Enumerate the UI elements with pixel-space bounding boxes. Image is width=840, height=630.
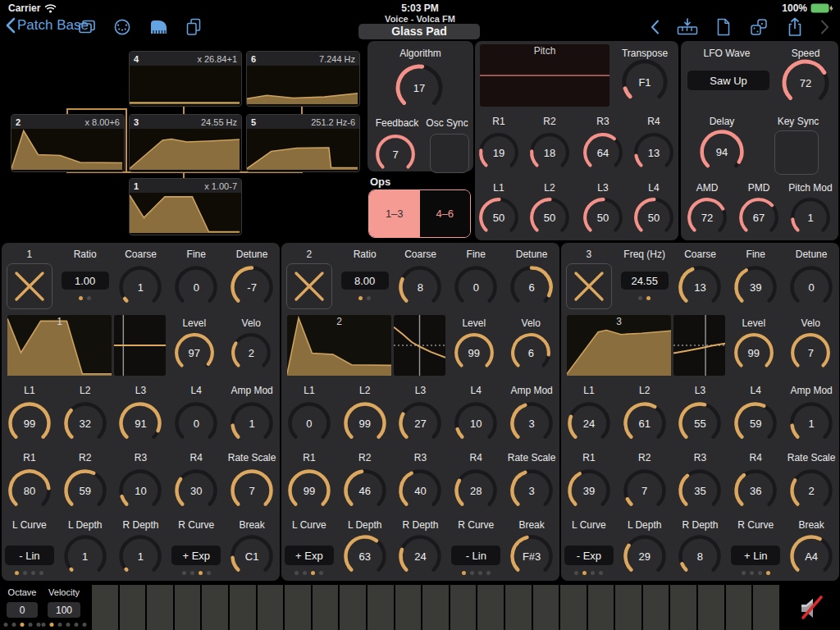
piano-key[interactable] [670,585,696,630]
dice-icon[interactable] [748,17,769,37]
piano-key[interactable] [175,585,201,630]
patch-name-button[interactable]: Glass Pad [358,24,480,39]
rate-scale-knob[interactable]: 2 [788,468,834,514]
alg-op-1-thumbnail[interactable]: 1x 1.00-7 [129,178,242,235]
break-knob[interactable]: C1 [229,533,275,579]
l1-knob[interactable]: 50 [477,196,520,239]
piano-key[interactable] [147,585,173,630]
l4-knob[interactable]: 10 [453,400,499,446]
coarse-knob[interactable]: 13 [677,264,723,310]
feedback-knob[interactable]: 7 [374,133,417,176]
piano-key[interactable] [698,585,724,630]
alg-op-3-thumbnail[interactable]: 324.55 Hz [129,114,242,172]
l1-knob[interactable]: 0 [286,400,332,446]
chevron-right-icon[interactable] [820,19,830,35]
alg-op-5-thumbnail[interactable]: 5251.2 Hz-6 [246,114,360,172]
l2-knob[interactable]: 50 [528,196,571,239]
op-scaling-graph[interactable] [673,315,725,376]
l3-knob[interactable]: 91 [117,400,163,446]
detune-knob[interactable]: 6 [509,264,555,310]
fine-knob[interactable]: 0 [173,264,219,310]
l4-knob[interactable]: 0 [173,400,219,446]
detune-knob[interactable]: 0 [788,264,834,310]
rate-scale-knob[interactable]: 3 [509,468,555,514]
r2-knob[interactable]: 46 [342,468,388,514]
amp-mod-knob[interactable]: 1 [788,400,834,446]
lfo-wave-button[interactable]: Saw Up [687,71,769,90]
r4-knob[interactable]: 13 [632,131,675,174]
l2-knob[interactable]: 32 [62,400,108,446]
keyboard-download-icon[interactable] [676,17,699,37]
pmd-knob[interactable]: 67 [737,196,780,239]
piano-key[interactable] [560,585,587,630]
r2-knob[interactable]: 18 [528,131,571,174]
r3-knob[interactable]: 10 [117,468,163,514]
l2-knob[interactable]: 61 [622,400,668,446]
l2-knob[interactable]: 99 [342,400,388,446]
r4-knob[interactable]: 28 [453,468,499,514]
ratio-value-box[interactable]: 8.00 [341,272,389,290]
r-depth-knob[interactable]: 24 [397,533,443,579]
r-depth-knob[interactable]: 1 [117,533,163,579]
piano-key[interactable] [92,585,118,630]
speed-knob[interactable]: 72 [780,57,831,108]
l-curve-button[interactable]: - Lin [5,546,54,565]
velocity-stepper[interactable]: 100 [48,602,80,618]
delay-knob[interactable]: 94 [698,128,746,176]
break-knob[interactable]: A4 [788,533,834,579]
fine-knob[interactable]: 0 [453,264,499,310]
algorithm-knob[interactable]: 17 [394,62,445,113]
r1-knob[interactable]: 80 [7,468,52,514]
l1-knob[interactable]: 99 [7,400,52,446]
amp-mod-knob[interactable]: 1 [229,400,275,446]
level-knob[interactable]: 97 [173,331,216,374]
piano-key[interactable] [450,585,477,630]
osc-sync-toggle[interactable] [430,134,469,173]
l-depth-knob[interactable]: 63 [342,533,388,579]
alg-op-2-thumbnail[interactable]: 2x 8.00+6 [11,114,125,172]
piano-key[interactable] [643,585,669,630]
piano-key[interactable] [368,585,394,630]
r2-knob[interactable]: 59 [62,468,108,514]
r-curve-button[interactable]: + Lin [731,546,780,565]
piano-key[interactable] [230,585,256,630]
amd-knob[interactable]: 72 [686,196,728,239]
op-scaling-graph[interactable] [394,315,445,376]
l-depth-knob[interactable]: 29 [622,533,668,579]
piano-key[interactable] [615,585,641,630]
piano-key[interactable] [202,585,228,630]
fine-knob[interactable]: 39 [733,264,778,310]
level-knob[interactable]: 99 [453,331,495,374]
r3-knob[interactable]: 35 [677,468,723,514]
op-envelope-graph[interactable]: 2 [287,315,391,376]
r1-knob[interactable]: 19 [477,131,520,174]
speaker-muted-icon[interactable] [794,592,829,628]
share-icon[interactable] [786,16,804,38]
amp-mod-knob[interactable]: 3 [509,400,555,446]
piano-key[interactable] [588,585,614,630]
piano-key[interactable] [258,585,284,630]
l3-knob[interactable]: 27 [397,400,443,446]
octave-stepper[interactable]: 0 [7,602,38,618]
ops-segment-4-6[interactable]: 4–6 [420,190,471,237]
piano-key[interactable] [120,585,146,630]
piano-key[interactable] [395,585,422,630]
r-depth-knob[interactable]: 8 [677,533,723,579]
freq-hz-value-box[interactable]: 24.55 [621,272,669,290]
detune-knob[interactable]: -7 [229,264,275,310]
r1-knob[interactable]: 99 [286,468,332,514]
level-knob[interactable]: 99 [733,331,775,374]
r3-knob[interactable]: 64 [582,131,624,174]
piano-key[interactable] [422,585,449,630]
l3-knob[interactable]: 50 [582,196,624,239]
l-curve-button[interactable]: + Exp [285,546,334,565]
l-curve-button[interactable]: - Exp [564,546,614,565]
pitch-mod-knob[interactable]: 1 [789,196,832,239]
op-envelope-graph[interactable]: 3 [567,315,671,376]
piano-key[interactable] [285,585,311,630]
ratio-value-box[interactable]: 1.00 [62,272,109,290]
r3-knob[interactable]: 40 [397,468,443,514]
r4-knob[interactable]: 30 [173,468,219,514]
r2-knob[interactable]: 7 [622,468,668,514]
coarse-knob[interactable]: 1 [117,264,163,310]
